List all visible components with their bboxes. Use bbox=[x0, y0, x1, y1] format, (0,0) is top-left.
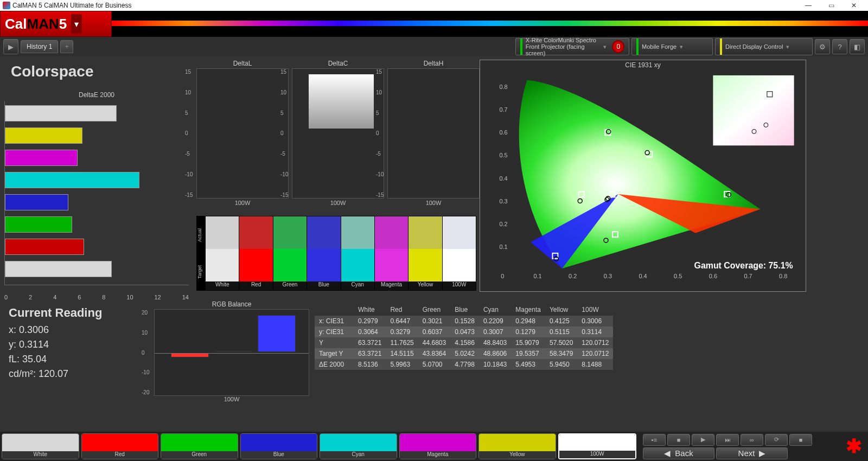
device-status-green bbox=[520, 39, 522, 55]
swatch-white: White bbox=[205, 216, 239, 290]
table-row: ΔE 20008.51365.99635.07004.779810.18435.… bbox=[315, 359, 613, 370]
table-header: Magenta bbox=[511, 304, 545, 316]
deltaE-bar bbox=[5, 216, 72, 233]
window-title: CalMAN 5 CalMAN Ultimate for Business bbox=[12, 2, 131, 9]
refresh-button[interactable]: ⟳ bbox=[765, 434, 788, 446]
color-button-green[interactable]: Green bbox=[161, 433, 238, 459]
current-x: 0.3006 bbox=[19, 324, 49, 335]
svg-text:0.5: 0.5 bbox=[499, 152, 507, 158]
color-button-magenta[interactable]: Magenta bbox=[399, 433, 477, 459]
device-record-button[interactable]: 0 bbox=[612, 40, 624, 53]
swatch-actual bbox=[206, 216, 239, 249]
color-button-yellow[interactable]: Yellow bbox=[478, 433, 556, 459]
device-status-yellow bbox=[720, 39, 722, 55]
table-header: Yellow bbox=[545, 304, 577, 316]
app-icon bbox=[3, 2, 10, 9]
brand-rainbow bbox=[112, 11, 868, 37]
stop-button[interactable]: ■ bbox=[667, 434, 690, 446]
swatch-target bbox=[206, 249, 239, 281]
tab-add[interactable]: + bbox=[60, 40, 73, 53]
rgb-balance-chart: RGB Balance 20100-10-20 100W bbox=[154, 300, 309, 402]
table-header: 100W bbox=[577, 304, 613, 316]
back-button[interactable]: ◀Back bbox=[643, 447, 714, 459]
table-header: White bbox=[354, 304, 386, 316]
svg-rect-17 bbox=[713, 75, 794, 145]
asterisk-icon[interactable]: ✱ bbox=[846, 435, 862, 458]
chevron-down-icon: ▾ bbox=[603, 43, 607, 50]
swatch-actual bbox=[375, 216, 408, 249]
deltaE-chart: DeltaE 2000 02468101214 bbox=[4, 91, 189, 292]
brand-dropdown[interactable]: ▾ bbox=[71, 14, 82, 34]
color-button-cyan[interactable]: Cyan bbox=[320, 433, 397, 459]
color-button-100w[interactable]: 100W bbox=[558, 433, 637, 459]
swatch-green: Green bbox=[273, 216, 307, 290]
swatch-red: Red bbox=[239, 216, 272, 290]
brand-bar: CalMAN5 ▾ bbox=[0, 11, 868, 37]
record-layout-button[interactable]: ▪≡ bbox=[643, 434, 666, 446]
table-header: Red bbox=[386, 304, 418, 316]
play2-button[interactable]: ▶ bbox=[692, 434, 714, 446]
svg-text:0.1: 0.1 bbox=[499, 244, 507, 250]
swatch-comparison: Actual Target WhiteRedGreenBlueCyanMagen… bbox=[196, 216, 476, 291]
play-icon: ▶ bbox=[8, 43, 14, 51]
top-toolbar: ▶ History 1 + X-Rite ColorMunki SpectroF… bbox=[0, 37, 868, 56]
deltaL-chart: DeltaL 151050-5-10-15 100W bbox=[196, 60, 289, 206]
stop-icon: ■ bbox=[799, 437, 803, 443]
data-table: WhiteRedGreenBlueCyanMagentaYellow100Wx:… bbox=[315, 304, 613, 370]
svg-text:0.8: 0.8 bbox=[499, 84, 507, 90]
deltaC-chart: DeltaC 151050-5-10-15 100W bbox=[292, 60, 384, 206]
svg-text:0.4: 0.4 bbox=[639, 273, 647, 279]
tab-history-1[interactable]: History 1 bbox=[21, 40, 58, 53]
color-button-white[interactable]: White bbox=[2, 433, 79, 459]
svg-text:0.5: 0.5 bbox=[674, 273, 682, 279]
gear-icon: ⚙ bbox=[819, 43, 826, 51]
current-fL: 35.04 bbox=[22, 354, 47, 364]
chevron-down-icon: ▾ bbox=[680, 43, 683, 50]
svg-text:0.7: 0.7 bbox=[499, 106, 507, 113]
minimize-button[interactable]: — bbox=[797, 1, 820, 10]
svg-text:0.6: 0.6 bbox=[709, 273, 717, 279]
window-titlebar: CalMAN 5 CalMAN Ultimate for Business — … bbox=[0, 0, 868, 11]
table-header bbox=[315, 304, 354, 316]
color-button-red[interactable]: Red bbox=[81, 433, 159, 459]
deltaE-bar bbox=[5, 150, 78, 166]
cie-chart: CIE 1931 xy 00.10.20.30.40.50.60.70.80.1… bbox=[480, 60, 806, 292]
svg-text:0: 0 bbox=[501, 273, 504, 279]
panel-icon: ◧ bbox=[854, 43, 860, 51]
record-list-icon: ▪≡ bbox=[652, 437, 657, 443]
table-row: y: CIE310.30640.32790.60370.04730.30070.… bbox=[315, 326, 613, 337]
swatch-actual bbox=[409, 216, 442, 249]
maximize-button[interactable]: ▭ bbox=[820, 1, 843, 10]
plus-icon: + bbox=[65, 43, 69, 50]
deltaE-title: DeltaE 2000 bbox=[4, 91, 189, 99]
svg-text:0.4: 0.4 bbox=[499, 175, 507, 182]
swatch-target bbox=[443, 249, 476, 281]
swatch-target bbox=[239, 249, 272, 281]
skip-button[interactable]: ⏭ bbox=[716, 434, 739, 446]
table-header: Cyan bbox=[479, 304, 511, 316]
brand-logo[interactable]: CalMAN5 ▾ bbox=[0, 11, 112, 37]
device-meter[interactable]: X-Rite ColorMunki SpectroFront Projector… bbox=[515, 38, 629, 55]
gamut-coverage: Gamut Coverage: 75.1% bbox=[694, 261, 793, 270]
stop2-button[interactable]: ■ bbox=[789, 434, 812, 446]
color-button-blue[interactable]: Blue bbox=[240, 433, 318, 459]
table-header: Green bbox=[418, 304, 450, 316]
table-row: Target Y63.372114.511543.83645.024248.86… bbox=[315, 348, 613, 359]
next-button[interactable]: Next▶ bbox=[716, 447, 788, 459]
device-source[interactable]: Mobile Forge ▾ bbox=[631, 38, 713, 55]
svg-text:0.2: 0.2 bbox=[499, 221, 507, 227]
device-display[interactable]: Direct Display Control ▾ bbox=[715, 38, 813, 55]
current-reading: Current Reading x: 0.3006 y: 0.3114 fL: … bbox=[9, 306, 150, 383]
play-button[interactable]: ▶ bbox=[3, 39, 18, 54]
play-icon: ▶ bbox=[701, 436, 705, 443]
table-header: Blue bbox=[450, 304, 479, 316]
loop-button[interactable]: ∞ bbox=[741, 434, 763, 446]
rgb-bar bbox=[171, 353, 209, 357]
panel-button[interactable]: ◧ bbox=[850, 39, 865, 54]
close-button[interactable]: ✕ bbox=[843, 1, 865, 10]
swatch-target bbox=[273, 249, 307, 281]
settings-button[interactable]: ⚙ bbox=[815, 39, 830, 54]
help-button[interactable]: ? bbox=[832, 39, 847, 54]
page-title: Colorspace bbox=[11, 63, 94, 80]
swatch-row-target-label: Target bbox=[197, 253, 205, 290]
